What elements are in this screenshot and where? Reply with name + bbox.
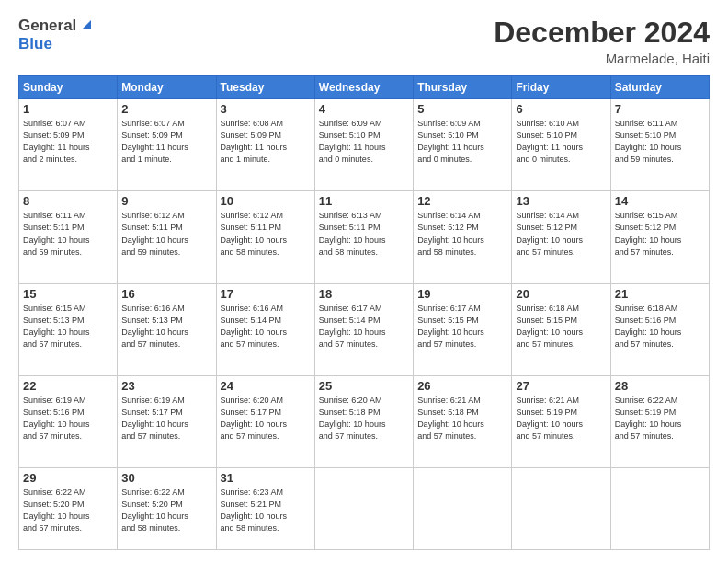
calendar-week-row: 1Sunrise: 6:07 AM Sunset: 5:09 PM Daylig… (19, 99, 710, 191)
day-number: 28 (615, 379, 705, 393)
day-info: Sunrise: 6:17 AM Sunset: 5:14 PM Dayligh… (319, 303, 409, 350)
day-number: 3 (221, 102, 311, 116)
calendar-cell (314, 468, 413, 550)
calendar-cell (414, 468, 512, 550)
day-number: 30 (121, 471, 211, 485)
day-number: 21 (615, 287, 705, 301)
calendar-cell (610, 468, 709, 550)
day-number: 7 (615, 102, 705, 116)
calendar-cell: 13Sunrise: 6:14 AM Sunset: 5:12 PM Dayli… (512, 191, 610, 283)
logo: General Blue (18, 17, 95, 53)
calendar-header-row: SundayMondayTuesdayWednesdayThursdayFrid… (19, 76, 710, 99)
day-number: 2 (121, 102, 211, 116)
day-info: Sunrise: 6:07 AM Sunset: 5:09 PM Dayligh… (121, 118, 211, 166)
day-number: 18 (319, 287, 409, 301)
day-number: 20 (516, 287, 606, 301)
day-number: 17 (221, 287, 311, 301)
day-info: Sunrise: 6:20 AM Sunset: 5:17 PM Dayligh… (221, 395, 311, 442)
day-info: Sunrise: 6:15 AM Sunset: 5:13 PM Dayligh… (23, 303, 113, 350)
day-number: 6 (516, 102, 606, 116)
day-info: Sunrise: 6:16 AM Sunset: 5:14 PM Dayligh… (221, 303, 311, 350)
calendar-cell: 15Sunrise: 6:15 AM Sunset: 5:13 PM Dayli… (19, 283, 118, 375)
calendar-col-thursday: Thursday (414, 76, 512, 99)
month-title: December 2024 (494, 17, 710, 49)
header: General Blue December 2024 Marmelade, Ha… (18, 17, 710, 66)
calendar-cell: 27Sunrise: 6:21 AM Sunset: 5:19 PM Dayli… (512, 375, 610, 467)
calendar-cell: 5Sunrise: 6:09 AM Sunset: 5:10 PM Daylig… (414, 99, 512, 191)
day-number: 11 (319, 194, 409, 208)
day-info: Sunrise: 6:16 AM Sunset: 5:13 PM Dayligh… (121, 303, 211, 350)
day-info: Sunrise: 6:20 AM Sunset: 5:18 PM Dayligh… (319, 395, 409, 442)
calendar-cell: 2Sunrise: 6:07 AM Sunset: 5:09 PM Daylig… (118, 99, 216, 191)
day-number: 13 (516, 194, 606, 208)
calendar-week-row: 22Sunrise: 6:19 AM Sunset: 5:16 PM Dayli… (19, 375, 710, 467)
day-info: Sunrise: 6:08 AM Sunset: 5:09 PM Dayligh… (221, 118, 311, 166)
calendar-col-tuesday: Tuesday (216, 76, 314, 99)
calendar-cell: 11Sunrise: 6:13 AM Sunset: 5:11 PM Dayli… (314, 191, 413, 283)
day-number: 25 (319, 379, 409, 393)
day-number: 29 (23, 471, 113, 485)
day-info: Sunrise: 6:14 AM Sunset: 5:12 PM Dayligh… (417, 210, 507, 258)
day-info: Sunrise: 6:23 AM Sunset: 5:21 PM Dayligh… (221, 487, 311, 534)
day-number: 14 (615, 194, 705, 208)
calendar-col-monday: Monday (118, 76, 216, 99)
day-number: 9 (121, 194, 211, 208)
day-number: 24 (221, 379, 311, 393)
day-info: Sunrise: 6:22 AM Sunset: 5:20 PM Dayligh… (121, 487, 211, 534)
day-info: Sunrise: 6:15 AM Sunset: 5:12 PM Dayligh… (615, 210, 705, 258)
calendar-cell: 3Sunrise: 6:08 AM Sunset: 5:09 PM Daylig… (216, 99, 314, 191)
logo-icon (78, 17, 95, 33)
day-info: Sunrise: 6:10 AM Sunset: 5:10 PM Dayligh… (516, 118, 606, 166)
day-info: Sunrise: 6:17 AM Sunset: 5:15 PM Dayligh… (417, 303, 507, 350)
day-info: Sunrise: 6:21 AM Sunset: 5:18 PM Dayligh… (417, 395, 507, 442)
day-number: 10 (221, 194, 311, 208)
calendar-week-row: 8Sunrise: 6:11 AM Sunset: 5:11 PM Daylig… (19, 191, 710, 283)
day-number: 26 (417, 379, 507, 393)
calendar-cell: 29Sunrise: 6:22 AM Sunset: 5:20 PM Dayli… (19, 468, 118, 550)
day-info: Sunrise: 6:18 AM Sunset: 5:16 PM Dayligh… (615, 303, 705, 350)
calendar-cell: 24Sunrise: 6:20 AM Sunset: 5:17 PM Dayli… (216, 375, 314, 467)
day-number: 5 (417, 102, 507, 116)
calendar-col-friday: Friday (512, 76, 610, 99)
calendar-table: SundayMondayTuesdayWednesdayThursdayFrid… (18, 75, 710, 550)
location: Marmelade, Haiti (494, 51, 710, 66)
day-info: Sunrise: 6:19 AM Sunset: 5:17 PM Dayligh… (121, 395, 211, 442)
logo-general: General (18, 17, 76, 35)
day-info: Sunrise: 6:13 AM Sunset: 5:11 PM Dayligh… (319, 210, 409, 258)
day-number: 19 (417, 287, 507, 301)
day-info: Sunrise: 6:09 AM Sunset: 5:10 PM Dayligh… (319, 118, 409, 166)
calendar-week-row: 15Sunrise: 6:15 AM Sunset: 5:13 PM Dayli… (19, 283, 710, 375)
calendar-cell: 21Sunrise: 6:18 AM Sunset: 5:16 PM Dayli… (610, 283, 709, 375)
calendar-week-row: 29Sunrise: 6:22 AM Sunset: 5:20 PM Dayli… (19, 468, 710, 550)
day-info: Sunrise: 6:22 AM Sunset: 5:20 PM Dayligh… (23, 487, 113, 534)
day-info: Sunrise: 6:09 AM Sunset: 5:10 PM Dayligh… (417, 118, 507, 166)
calendar-cell: 9Sunrise: 6:12 AM Sunset: 5:11 PM Daylig… (118, 191, 216, 283)
calendar-cell: 17Sunrise: 6:16 AM Sunset: 5:14 PM Dayli… (216, 283, 314, 375)
calendar-cell: 8Sunrise: 6:11 AM Sunset: 5:11 PM Daylig… (19, 191, 118, 283)
day-number: 22 (23, 379, 113, 393)
calendar-cell: 7Sunrise: 6:11 AM Sunset: 5:10 PM Daylig… (610, 99, 709, 191)
calendar-cell: 1Sunrise: 6:07 AM Sunset: 5:09 PM Daylig… (19, 99, 118, 191)
day-info: Sunrise: 6:12 AM Sunset: 5:11 PM Dayligh… (221, 210, 311, 258)
day-info: Sunrise: 6:11 AM Sunset: 5:11 PM Dayligh… (23, 210, 113, 258)
calendar-cell (512, 468, 610, 550)
day-number: 23 (121, 379, 211, 393)
calendar-cell: 22Sunrise: 6:19 AM Sunset: 5:16 PM Dayli… (19, 375, 118, 467)
calendar-cell: 28Sunrise: 6:22 AM Sunset: 5:19 PM Dayli… (610, 375, 709, 467)
calendar-cell: 6Sunrise: 6:10 AM Sunset: 5:10 PM Daylig… (512, 99, 610, 191)
day-number: 12 (417, 194, 507, 208)
day-info: Sunrise: 6:22 AM Sunset: 5:19 PM Dayligh… (615, 395, 705, 442)
logo-blue: Blue (18, 35, 52, 53)
day-info: Sunrise: 6:07 AM Sunset: 5:09 PM Dayligh… (23, 118, 113, 166)
title-area: December 2024 Marmelade, Haiti (494, 17, 710, 66)
day-info: Sunrise: 6:12 AM Sunset: 5:11 PM Dayligh… (121, 210, 211, 258)
calendar-col-sunday: Sunday (19, 76, 118, 99)
day-info: Sunrise: 6:11 AM Sunset: 5:10 PM Dayligh… (615, 118, 705, 166)
calendar-cell: 10Sunrise: 6:12 AM Sunset: 5:11 PM Dayli… (216, 191, 314, 283)
calendar-cell: 31Sunrise: 6:23 AM Sunset: 5:21 PM Dayli… (216, 468, 314, 550)
calendar-cell: 30Sunrise: 6:22 AM Sunset: 5:20 PM Dayli… (118, 468, 216, 550)
calendar-cell: 25Sunrise: 6:20 AM Sunset: 5:18 PM Dayli… (314, 375, 413, 467)
calendar-cell: 18Sunrise: 6:17 AM Sunset: 5:14 PM Dayli… (314, 283, 413, 375)
day-number: 16 (121, 287, 211, 301)
day-number: 15 (23, 287, 113, 301)
